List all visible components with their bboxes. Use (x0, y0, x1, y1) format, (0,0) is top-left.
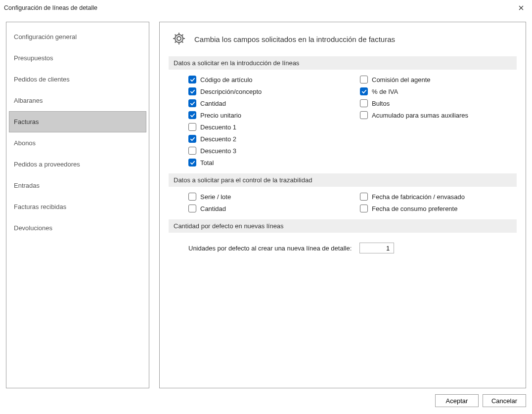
section2-column-left: Serie / loteCantidad (188, 193, 345, 212)
s1-right-check-2[interactable]: Bultos (360, 99, 517, 107)
sidebar-item-6[interactable]: Pedidos a proveedores (9, 154, 146, 175)
sidebar-item-8[interactable]: Facturas recibidas (9, 196, 146, 217)
section3-header: Cantidad por defecto en nuevas líneas (169, 219, 517, 233)
s1-left-check-0[interactable]: Código de artículo (188, 76, 345, 83)
dialog-window: Configuración de líneas de detalle Confi… (0, 0, 532, 414)
checkbox-icon[interactable] (188, 205, 196, 212)
checkbox-icon[interactable] (188, 123, 196, 131)
default-quantity-input[interactable] (359, 243, 394, 253)
s1-left-check-4[interactable]: Descuento 1 (188, 123, 345, 131)
s1-right-check-1[interactable]: % de IVA (360, 87, 517, 95)
checkbox-icon[interactable] (188, 76, 196, 83)
default-quantity-row: Unidades por defecto al crear una nueva … (169, 239, 517, 253)
sidebar-item-9[interactable]: Devoluciones (9, 217, 146, 239)
checkbox-label: Descuento 3 (200, 147, 236, 155)
s1-left-check-7[interactable]: Total (188, 159, 345, 166)
accept-button[interactable]: Aceptar (435, 394, 479, 407)
checkbox-icon[interactable] (188, 99, 196, 107)
close-button[interactable] (510, 0, 532, 15)
section1-column-right: Comisión del agente% de IVABultosAcumula… (360, 76, 517, 166)
section2-column-right: Fecha de fabricación / envasadoFecha de … (360, 193, 517, 212)
sidebar-item-1[interactable]: Presupuestos (9, 47, 146, 69)
dialog-body: Configuración generalPresupuestosPedidos… (0, 16, 532, 392)
s1-left-check-3[interactable]: Precio unitario (188, 111, 345, 119)
s1-left-check-2[interactable]: Cantidad (188, 99, 345, 107)
sidebar-item-4[interactable]: Facturas (9, 111, 146, 132)
checkbox-label: Descuento 2 (200, 135, 236, 143)
checkbox-icon[interactable] (188, 111, 196, 119)
checkbox-label: Precio unitario (200, 112, 241, 119)
checkbox-label: Bultos (372, 100, 390, 107)
sidebar-item-7[interactable]: Entradas (9, 175, 146, 196)
checkbox-label: Cantidad (200, 205, 226, 212)
s2-right-check-0[interactable]: Fecha de fabricación / envasado (360, 193, 517, 201)
checkbox-label: Fecha de fabricación / envasado (372, 193, 465, 201)
sidebar-item-5[interactable]: Abonos (9, 132, 146, 154)
s1-right-check-3[interactable]: Acumulado para sumas auxiliares (360, 111, 517, 119)
checkbox-icon[interactable] (360, 76, 368, 83)
close-icon (519, 4, 524, 12)
cancel-button[interactable]: Cancelar (483, 394, 526, 407)
checkbox-label: Cantidad (200, 100, 226, 107)
checkbox-icon[interactable] (188, 159, 196, 166)
checkbox-label: Serie / lote (200, 193, 231, 201)
checkbox-icon[interactable] (360, 111, 368, 119)
sidebar-item-3[interactable]: Albaranes (9, 90, 146, 111)
s2-left-check-1[interactable]: Cantidad (188, 205, 345, 212)
checkbox-label: Descuento 1 (200, 124, 236, 131)
gear-icon (172, 31, 186, 47)
checkbox-icon[interactable] (360, 193, 368, 201)
default-quantity-label: Unidades por defecto al crear una nueva … (188, 245, 352, 252)
checkbox-icon[interactable] (188, 135, 196, 143)
section2-checks: Serie / loteCantidad Fecha de fabricació… (169, 193, 517, 219)
checkbox-icon[interactable] (188, 87, 196, 95)
window-title: Configuración de líneas de detalle (4, 4, 97, 11)
main-panel: Cambia los campos solicitados en la intr… (159, 22, 526, 388)
checkbox-label: Fecha de consumo preferente (372, 205, 457, 212)
s1-left-check-1[interactable]: Descripción/concepto (188, 87, 345, 95)
s2-right-check-1[interactable]: Fecha de consumo preferente (360, 205, 517, 212)
checkbox-icon[interactable] (360, 87, 368, 95)
s1-left-check-6[interactable]: Descuento 3 (188, 147, 345, 155)
checkbox-label: Total (200, 159, 214, 166)
svg-point-0 (177, 37, 181, 41)
s1-left-check-5[interactable]: Descuento 2 (188, 135, 345, 143)
s2-left-check-0[interactable]: Serie / lote (188, 193, 345, 201)
section1-column-left: Código de artículoDescripción/conceptoCa… (188, 76, 345, 166)
section1-checks: Código de artículoDescripción/conceptoCa… (169, 76, 517, 173)
checkbox-label: Acumulado para sumas auxiliares (372, 112, 468, 119)
checkbox-label: Comisión del agente (372, 76, 431, 83)
checkbox-label: Descripción/concepto (200, 88, 262, 95)
sidebar-item-2[interactable]: Pedidos de clientes (9, 69, 146, 90)
checkbox-icon[interactable] (188, 193, 196, 201)
main-header: Cambia los campos solicitados en la intr… (169, 31, 517, 47)
checkbox-label: % de IVA (372, 88, 398, 95)
checkbox-icon[interactable] (360, 99, 368, 107)
sidebar: Configuración generalPresupuestosPedidos… (6, 22, 149, 388)
svg-point-1 (175, 35, 183, 42)
section1-header: Datos a solicitar en la introducción de … (169, 56, 517, 70)
titlebar: Configuración de líneas de detalle (0, 0, 532, 16)
checkbox-icon[interactable] (188, 147, 196, 155)
sidebar-item-0[interactable]: Configuración general (9, 26, 146, 47)
section2-header: Datos a solicitar para el control de la … (169, 173, 517, 187)
checkbox-label: Código de artículo (200, 76, 253, 83)
dialog-footer: Aceptar Cancelar (0, 392, 532, 414)
checkbox-icon[interactable] (360, 205, 368, 212)
main-heading: Cambia los campos solicitados en la intr… (194, 35, 395, 43)
s1-right-check-0[interactable]: Comisión del agente (360, 76, 517, 83)
